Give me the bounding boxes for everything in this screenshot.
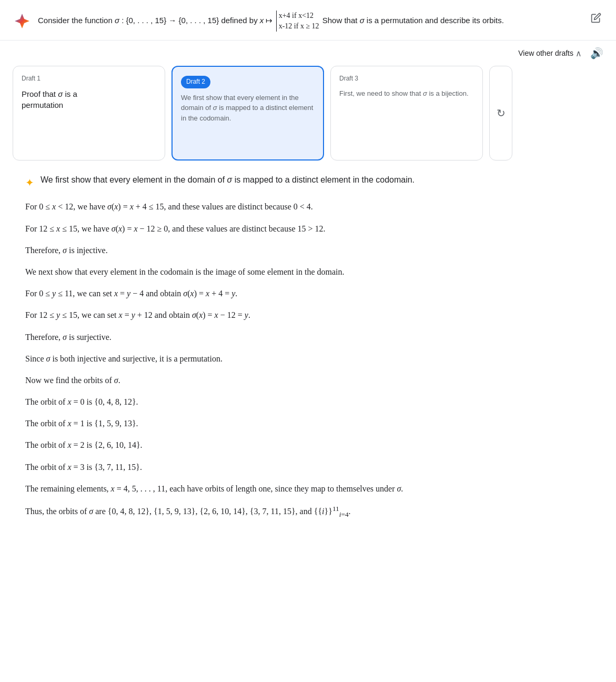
view-other-drafts-button[interactable]: View other drafts ∧: [518, 47, 582, 61]
drafts-container: Draft 1 Proof that σ is apermutation Dra…: [0, 66, 616, 169]
paragraph-5: For 0 ≤ y ≤ 11, we can set x = y − 4 and…: [25, 286, 591, 300]
paragraph-1: For 0 ≤ x < 12, we have σ(x) = x + 4 ≤ 1…: [25, 199, 591, 214]
draft-2-preview: We first show that every element in the …: [181, 93, 315, 124]
draft-card-3[interactable]: Draft 3 First, we need to show that σ is…: [330, 66, 483, 161]
draft-1-title: Proof that σ is apermutation: [22, 88, 156, 111]
refresh-icon: ↻: [497, 105, 506, 122]
draft-refresh-card[interactable]: ↻: [489, 66, 512, 161]
header-question: Consider the function σ : {0, . . . , 15…: [38, 11, 582, 32]
response-intro: We first show that every element in the …: [41, 173, 415, 187]
draft-3-label: Draft 3: [339, 74, 474, 84]
draft-selector-row: View other drafts ∧ 🔊: [0, 41, 616, 66]
paragraph-3: Therefore, σ is injective.: [25, 243, 591, 257]
draft-card-2[interactable]: Draft 2 We first show that every element…: [171, 66, 324, 161]
draft-card-1[interactable]: Draft 1 Proof that σ is apermutation: [13, 66, 165, 161]
paragraph-13: The orbit of x = 3 is {3, 7, 11, 15}.: [25, 460, 591, 474]
paragraph-8: Since σ is both injective and surjective…: [25, 352, 591, 366]
paragraph-2: For 12 ≤ x ≤ 15, we have σ(x) = x − 12 ≥…: [25, 222, 591, 236]
ai-response-header: ✦ We first show that every element in th…: [25, 173, 591, 191]
draft-1-label: Draft 1: [22, 74, 156, 84]
draft-2-label: Draft 2: [181, 76, 210, 88]
paragraph-4: We next show that every element in the c…: [25, 265, 591, 279]
header: Consider the function σ : {0, . . . , 15…: [0, 0, 616, 41]
paragraph-6: For 12 ≤ y ≤ 15, we can set x = y + 12 a…: [25, 308, 591, 322]
sparkle-icon: ✦: [25, 174, 34, 191]
paragraph-14: The remaining elements, x = 4, 5, . . . …: [25, 482, 591, 496]
paragraph-10: The orbit of x = 0 is {0, 4, 8, 12}.: [25, 395, 591, 409]
sound-button[interactable]: 🔊: [590, 45, 603, 62]
draft-3-preview: First, we need to show that σ is a bijec…: [339, 88, 474, 99]
paragraph-12: The orbit of x = 2 is {2, 6, 10, 14}.: [25, 438, 591, 452]
paragraph-11: The orbit of x = 1 is {1, 5, 9, 13}.: [25, 416, 591, 430]
gemini-logo: [13, 12, 32, 31]
chevron-up-icon: ∧: [575, 47, 582, 61]
edit-button[interactable]: [589, 11, 603, 27]
main-content: ✦ We first show that every element in th…: [0, 169, 616, 550]
view-other-drafts-label: View other drafts: [518, 47, 573, 59]
math-content: For 0 ≤ x < 12, we have σ(x) = x + 4 ≤ 1…: [25, 199, 591, 520]
paragraph-9: Now we find the orbits of σ.: [25, 373, 591, 387]
paragraph-7: Therefore, σ is surjective.: [25, 330, 591, 344]
paragraph-15: Thus, the orbits of σ are {0, 4, 8, 12},…: [25, 503, 591, 520]
